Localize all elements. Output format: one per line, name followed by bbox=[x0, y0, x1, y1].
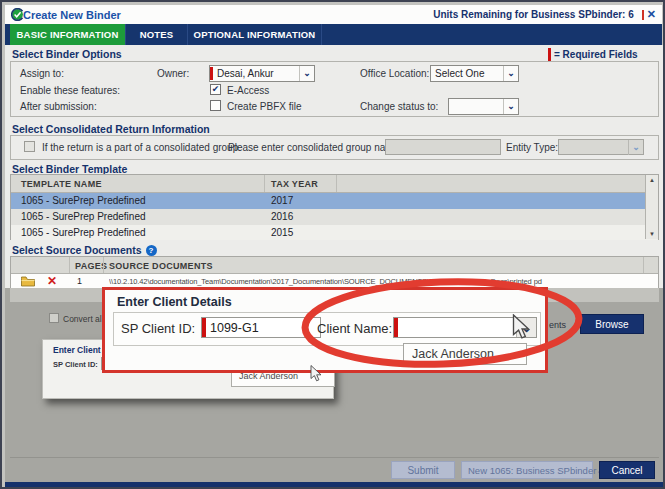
change-status-select[interactable]: ⌄ bbox=[448, 98, 519, 115]
binder-type-label: New 1065: Business SPbinder bbox=[468, 465, 596, 476]
col-divider bbox=[336, 175, 337, 192]
pbfx-checkbox[interactable] bbox=[210, 100, 221, 111]
col-divider bbox=[69, 257, 70, 273]
eaccess-label: E-Access bbox=[227, 85, 269, 96]
scroll-up-icon[interactable]: ▲ bbox=[646, 177, 658, 183]
required-fields-legend: = Required Fields bbox=[548, 48, 638, 61]
window-bottom-edge bbox=[5, 482, 664, 488]
submit-button[interactable]: Submit bbox=[391, 461, 455, 479]
template-row[interactable]: 1065 - SurePrep Predefined 2015 bbox=[11, 225, 658, 240]
chevron-down-icon: ⌄ bbox=[503, 99, 518, 114]
browse-button[interactable]: Browse bbox=[580, 314, 644, 334]
pbfx-label: Create PBFX file bbox=[227, 101, 301, 112]
tax-year: 2016 bbox=[271, 211, 293, 222]
window-title: Create New Binder bbox=[23, 9, 121, 21]
change-status-label: Change status to: bbox=[360, 101, 438, 112]
template-name: 1065 - SurePrep Predefined bbox=[21, 211, 146, 222]
create-new-binder-window: Create New Binder Units Remaining for Bu… bbox=[0, 0, 665, 489]
binder-options-heading: Select Binder Options bbox=[12, 48, 122, 60]
after-submission-label: After submission: bbox=[20, 101, 97, 112]
delete-document-icon[interactable]: ✕ bbox=[47, 274, 57, 288]
consolidated-checkbox-label: If the return is a part of a consolidate… bbox=[42, 142, 241, 153]
client-name-label: Client Name: bbox=[317, 321, 392, 336]
pages-value: 1 bbox=[77, 276, 82, 286]
entity-type-select[interactable]: ⌄ bbox=[558, 139, 644, 155]
tax-year: 2017 bbox=[271, 195, 293, 206]
enable-features-label: Enable these features: bbox=[20, 85, 120, 96]
consolidated-heading: Select Consolidated Return Information bbox=[12, 123, 210, 135]
convert-label-fragment: Convert al bbox=[63, 314, 102, 324]
cancel-button[interactable]: Cancel bbox=[599, 461, 655, 479]
tab-bar: BASIC INFORMATION NOTES OPTIONAL INFORMA… bbox=[5, 24, 662, 45]
tab-notes[interactable]: NOTES bbox=[126, 24, 188, 45]
client-name-value[interactable] bbox=[398, 318, 516, 337]
folder-icon[interactable] bbox=[21, 276, 35, 287]
close-required-bar bbox=[642, 10, 644, 20]
help-icon[interactable]: ? bbox=[146, 245, 157, 256]
check-icon: ✔ bbox=[212, 85, 220, 94]
convert-checkbox[interactable] bbox=[49, 313, 59, 323]
source-docs-heading: Select Source Documents bbox=[12, 244, 142, 256]
owner-label: Owner: bbox=[157, 68, 189, 79]
tab-basic-information[interactable]: BASIC INFORMATION bbox=[10, 24, 126, 45]
col-tax-year[interactable]: TAX YEAR bbox=[271, 179, 318, 189]
sp-client-id-input[interactable] bbox=[201, 317, 321, 338]
source-docs-header: PAGES SOURCE DOCUMENTS bbox=[11, 257, 658, 274]
chevron-down-icon[interactable]: ⌄ bbox=[516, 318, 536, 337]
sp-client-id-label: SP Client ID: bbox=[53, 360, 98, 369]
office-location-value: Select One bbox=[431, 68, 503, 79]
group-name-label: Please enter consolidated group name: bbox=[228, 142, 402, 153]
template-row-selected[interactable]: 1065 - SurePrep Predefined 2017 bbox=[11, 193, 658, 209]
binder-template-table: TEMPLATE NAME TAX YEAR 1065 - SurePrep P… bbox=[10, 174, 659, 240]
group-name-input[interactable] bbox=[385, 139, 501, 155]
col-source-documents[interactable]: SOURCE DOCUMENTS bbox=[109, 261, 213, 271]
office-location-label: Office Location: bbox=[360, 68, 429, 79]
assign-to-label: Assign to: bbox=[20, 68, 64, 79]
source-doc-path: \\10.2.10.42\documentation_Team\Document… bbox=[109, 277, 639, 286]
office-location-select[interactable]: Select One ⌄ bbox=[430, 65, 519, 82]
template-row[interactable]: 1065 - SurePrep Predefined 2016 bbox=[11, 209, 658, 225]
footer-divider bbox=[10, 457, 659, 458]
required-mark-icon bbox=[548, 48, 551, 61]
app-check-icon bbox=[11, 8, 24, 21]
chevron-down-icon: ⌄ bbox=[503, 66, 518, 81]
client-name-option[interactable]: Jack Anderson bbox=[403, 343, 527, 365]
entity-type-label: Entity Type: bbox=[506, 142, 558, 153]
client-name-combobox[interactable]: ⌄ bbox=[393, 317, 537, 338]
template-name: 1065 - SurePrep Predefined bbox=[21, 195, 146, 206]
close-icon: ✕ bbox=[647, 9, 656, 20]
template-name: 1065 - SurePrep Predefined bbox=[21, 227, 146, 238]
owner-select[interactable]: Desai, Ankur ⌄ bbox=[209, 65, 315, 82]
close-button[interactable]: ✕ bbox=[642, 9, 656, 20]
units-remaining-label: Units Remaining for Business SPbinder: 6 bbox=[433, 9, 634, 20]
sp-client-id-value[interactable] bbox=[206, 318, 320, 337]
chevron-down-icon: ⌄ bbox=[299, 66, 314, 81]
col-divider bbox=[643, 257, 644, 273]
tax-year: 2015 bbox=[271, 227, 293, 238]
tab-optional-information[interactable]: OPTIONAL INFORMATION bbox=[188, 24, 322, 45]
title-bar: Create New Binder Units Remaining for Bu… bbox=[5, 5, 662, 24]
col-divider bbox=[264, 175, 265, 192]
required-fields-label: = Required Fields bbox=[554, 49, 638, 60]
col-divider bbox=[103, 257, 104, 273]
sp-client-id-label: SP Client ID: bbox=[121, 321, 195, 336]
chevron-down-icon: ⌄ bbox=[628, 140, 643, 155]
owner-value: Desai, Ankur bbox=[213, 68, 299, 79]
col-template-name[interactable]: TEMPLATE NAME bbox=[21, 179, 102, 189]
enter-client-details-callout: Enter Client Details SP Client ID: Clien… bbox=[102, 287, 548, 373]
callout-title: Enter Client Details bbox=[117, 295, 232, 309]
documents-label-fragment: ents bbox=[549, 320, 566, 330]
source-docs-heading-row: Select Source Documents ? bbox=[12, 244, 157, 256]
template-table-scrollbar[interactable]: ▲ ▼ bbox=[645, 175, 658, 239]
eaccess-checkbox[interactable]: ✔ bbox=[210, 84, 221, 95]
template-table-header: TEMPLATE NAME TAX YEAR bbox=[11, 175, 658, 193]
scroll-down-icon[interactable]: ▼ bbox=[646, 231, 658, 237]
binder-type-dropdown[interactable]: New 1065: Business SPbinder ⌄ bbox=[461, 461, 593, 479]
consolidated-checkbox[interactable] bbox=[24, 141, 35, 152]
